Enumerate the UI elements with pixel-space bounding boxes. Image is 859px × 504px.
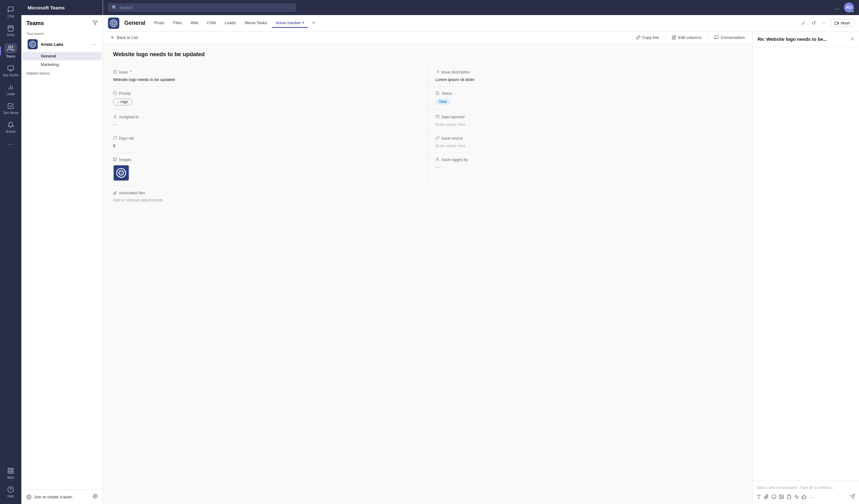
search-input[interactable]	[120, 5, 292, 10]
issue-logged-by-value: —	[436, 165, 737, 169]
search-bar[interactable]: 🔍	[108, 3, 296, 12]
sidebar-leads-label: Leads	[6, 92, 15, 96]
channel-general[interactable]: General	[22, 52, 102, 60]
channel-marketing[interactable]: Marketing	[22, 60, 102, 69]
teams-panel: Microsoft Teams Teams Your teams Aristo …	[21, 0, 103, 504]
join-create-team-button[interactable]: Join or create a team	[26, 494, 72, 500]
conv-input[interactable]: Start a new conversation. Type @ to ment…	[756, 484, 855, 491]
chat-icon	[7, 6, 14, 13]
search-icon: 🔍	[112, 5, 117, 10]
priority-label: Priority	[113, 91, 423, 96]
issue-logged-by-icon	[436, 157, 439, 162]
tab-cnn[interactable]: CNN	[204, 18, 220, 28]
issue-logged-by-label: Issue logged by	[436, 157, 737, 162]
settings-icon[interactable]	[93, 494, 97, 500]
team-more-icon[interactable]: ···	[92, 41, 96, 48]
edit-columns-button[interactable]: Edit columns	[672, 35, 702, 40]
sidebar-item-teams[interactable]: Teams	[0, 40, 21, 62]
back-arrow-icon	[110, 35, 115, 40]
days-old-label: Days old	[113, 136, 423, 141]
send-button[interactable]	[849, 494, 855, 501]
team-logo	[28, 39, 38, 49]
sidebar-item-apps[interactable]: Apps	[0, 464, 21, 483]
tab-issue-tracker[interactable]: Issue tracker ▾	[272, 18, 308, 28]
issue-source-placeholder[interactable]: Enter value here	[436, 143, 737, 148]
svg-point-41	[114, 115, 116, 117]
svg-point-56	[781, 495, 781, 496]
filter-icon[interactable]	[93, 20, 97, 27]
conversation-panel: Re: Website logo needs to be... × Start …	[752, 31, 859, 504]
conv-close-button[interactable]: ×	[850, 36, 854, 42]
priority-icon	[113, 91, 117, 96]
svg-point-27	[113, 22, 114, 24]
sticker-icon[interactable]	[786, 494, 792, 501]
top-more-button[interactable]: ...	[834, 4, 840, 11]
images-label: Images	[113, 157, 423, 162]
tab-dropdown-icon: ▾	[302, 21, 304, 25]
sidebar-item-more[interactable]: ···	[0, 137, 21, 151]
meet-button[interactable]: Meet	[830, 19, 854, 27]
toolbar-divider-1	[665, 34, 666, 40]
sidebar-apps-label: Apps	[7, 476, 14, 479]
copy-link-button[interactable]: Copy link	[636, 35, 659, 40]
main-content: 🔍 ... RO General Posts Files Wiki CNN Le	[103, 0, 859, 504]
issue-form: Website logo needs to be updated Issue *	[103, 44, 752, 504]
status-label: Status	[436, 91, 737, 96]
format-icon[interactable]	[756, 494, 762, 501]
apps-icon	[7, 467, 14, 474]
sidebar-item-help[interactable]: Help	[0, 483, 21, 502]
teams-icon	[7, 45, 14, 52]
svg-point-50	[121, 172, 122, 173]
tab-meow-tasks[interactable]: Meow Tasks	[241, 18, 271, 28]
issue-title: Website logo needs to be updated	[113, 51, 742, 58]
date-reported-placeholder[interactable]: Enter value here	[436, 122, 737, 127]
sidebar-item-activity[interactable]: Activity	[0, 118, 21, 137]
emoji-icon[interactable]	[771, 494, 777, 501]
conv-more-icon[interactable]: ···	[809, 494, 814, 500]
back-to-list-button[interactable]: Back to List	[110, 35, 138, 40]
status-badge[interactable]: New	[436, 98, 451, 105]
expand-icon[interactable]: ⤢	[799, 19, 807, 27]
like-icon[interactable]	[801, 494, 807, 501]
date-reported-label: Date reported	[436, 114, 737, 120]
sidebar-item-leads[interactable]: Leads	[0, 80, 21, 99]
channel-more-button[interactable]: ···	[820, 19, 828, 27]
sidebar-item-task-meow[interactable]: Task Meow	[0, 99, 21, 118]
sidebar-teams-label: Teams	[6, 55, 15, 58]
refresh-icon[interactable]: ↺	[810, 19, 817, 27]
conv-toolbar: ···	[756, 494, 855, 501]
field-priority: Priority ↑ High	[113, 87, 427, 110]
channel-header-right: ⤢ ↺ ··· Meet	[799, 19, 854, 27]
sidebar-item-chat[interactable]: Chat	[0, 2, 21, 21]
svg-point-52	[772, 494, 776, 499]
svg-rect-42	[436, 115, 439, 118]
image-thumbnail[interactable]	[113, 165, 129, 181]
user-avatar[interactable]: RO	[844, 2, 854, 13]
conversation-button[interactable]: Conversation	[714, 35, 745, 40]
image-icon[interactable]	[779, 494, 784, 501]
sidebar-item-shifts[interactable]: Shifts	[0, 21, 21, 40]
field-issue: Issue * Website logo needs to be updated	[113, 65, 427, 87]
priority-badge[interactable]: ↑ High	[113, 98, 132, 105]
sidebar: Chat Shifts Teams App Studio	[0, 0, 21, 504]
tab-wiki[interactable]: Wiki	[187, 18, 202, 28]
team-aristo-labs[interactable]: Aristo Labs ···	[22, 37, 102, 52]
conv-footer: Start a new conversation. Type @ to ment…	[753, 481, 859, 504]
app-studio-icon	[7, 65, 14, 72]
add-attachments-button[interactable]: Add or remove attachments	[113, 198, 742, 202]
conversation-icon	[714, 35, 719, 40]
tab-leads[interactable]: Leads	[221, 18, 240, 28]
tab-files[interactable]: Files	[169, 18, 185, 28]
issue-source-label: Issue source	[436, 136, 737, 141]
assigned-to-label: Assigned to	[113, 114, 423, 120]
form-grid: Issue * Website logo needs to be updated	[113, 65, 742, 185]
issue-desc-icon	[436, 70, 439, 75]
channel-logo	[108, 18, 119, 29]
attach-icon[interactable]	[764, 494, 769, 501]
sidebar-item-app-studio[interactable]: App Studio	[0, 62, 21, 80]
top-bar-right: ... RO	[834, 2, 854, 13]
issue-field-value: Website logo needs to be updated	[113, 77, 423, 82]
schedule-icon[interactable]	[794, 494, 799, 501]
add-tab-button[interactable]: +	[309, 18, 318, 28]
tab-posts[interactable]: Posts	[150, 18, 168, 28]
